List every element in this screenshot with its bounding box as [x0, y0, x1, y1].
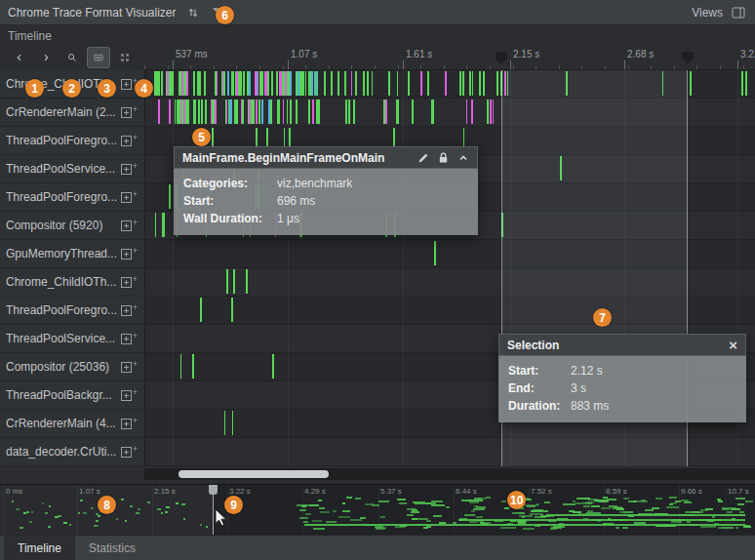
trace-event[interactable]: [215, 100, 217, 124]
unfold-icon[interactable]: +: [121, 164, 138, 175]
trace-event[interactable]: [490, 100, 492, 124]
trace-event[interactable]: [186, 71, 188, 96]
trace-event[interactable]: [155, 213, 156, 237]
trace-event[interactable]: [345, 100, 347, 124]
trace-event[interactable]: [445, 71, 447, 96]
trace-event[interactable]: [180, 354, 181, 379]
track-row[interactable]: [145, 99, 755, 127]
unfold-icon[interactable]: +: [121, 192, 138, 203]
trace-event[interactable]: [308, 100, 310, 124]
views-label[interactable]: Views: [692, 6, 723, 20]
trace-event[interactable]: [288, 71, 290, 96]
layout-icon[interactable]: [730, 4, 747, 21]
close-icon[interactable]: ×: [729, 338, 737, 352]
trace-event[interactable]: [500, 71, 502, 96]
trace-event[interactable]: [318, 100, 320, 124]
trace-event[interactable]: [231, 71, 232, 96]
trace-event[interactable]: [355, 71, 357, 96]
trace-event[interactable]: [272, 354, 274, 379]
back-button[interactable]: [8, 47, 31, 68]
trace-event[interactable]: [271, 71, 273, 96]
trace-event[interactable]: [313, 100, 314, 124]
time-ruler[interactable]: 537 ms1.07 s1.61 s2.15 s2.68 s3.22 s: [144, 45, 755, 70]
trace-event[interactable]: [243, 71, 245, 96]
trace-event[interactable]: [236, 71, 238, 96]
track-label[interactable]: ThreadPoolService...+: [0, 155, 144, 183]
trace-event[interactable]: [741, 71, 743, 96]
unfold-icon[interactable]: +: [121, 390, 138, 401]
trace-event[interactable]: [261, 71, 263, 96]
trace-event[interactable]: [187, 100, 189, 124]
trace-event[interactable]: [224, 411, 225, 435]
trace-event[interactable]: [255, 71, 257, 96]
trace-event[interactable]: [276, 71, 278, 96]
trace-event[interactable]: [270, 100, 272, 124]
trace-event[interactable]: [192, 354, 194, 379]
trace-event[interactable]: [363, 71, 365, 96]
expand-all-button[interactable]: [113, 47, 137, 68]
track-label[interactable]: ThreadPoolService...+: [0, 325, 144, 353]
track-label[interactable]: CrRendererMain (4...+: [0, 410, 144, 438]
trace-event[interactable]: [462, 71, 464, 96]
trace-event[interactable]: [434, 241, 436, 265]
trace-event[interactable]: [497, 71, 497, 96]
trace-event[interactable]: [504, 71, 506, 96]
track-label[interactable]: ThreadPoolForegro...+: [0, 183, 144, 212]
trace-event[interactable]: [166, 71, 167, 96]
trace-event[interactable]: [302, 71, 304, 96]
trace-event[interactable]: [305, 71, 306, 96]
track-row[interactable]: [145, 70, 755, 99]
trace-event[interactable]: [259, 71, 261, 96]
trace-event[interactable]: [242, 100, 244, 124]
trace-event[interactable]: [233, 269, 235, 294]
sort-toggle-icon[interactable]: [184, 4, 202, 21]
trace-event[interactable]: [507, 71, 508, 96]
trace-event[interactable]: [745, 71, 747, 96]
trace-event[interactable]: [296, 100, 298, 124]
trace-event[interactable]: [690, 71, 692, 96]
trace-event[interactable]: [183, 71, 185, 96]
trace-event[interactable]: [204, 71, 206, 96]
trace-event[interactable]: [397, 71, 398, 96]
trace-event[interactable]: [479, 71, 481, 96]
trace-event[interactable]: [267, 71, 269, 96]
trace-event[interactable]: [155, 71, 157, 96]
scrollbar-thumb[interactable]: [179, 470, 329, 478]
trace-event[interactable]: [466, 100, 467, 124]
unfold-icon[interactable]: +: [121, 107, 138, 118]
trace-event[interactable]: [200, 298, 202, 322]
trace-event[interactable]: [471, 100, 473, 124]
trace-event[interactable]: [483, 71, 485, 96]
trace-event[interactable]: [226, 269, 228, 294]
collapse-icon[interactable]: [457, 152, 469, 164]
track-label[interactable]: GpuMemoryThread...+: [0, 240, 144, 268]
trace-event[interactable]: [232, 71, 234, 96]
trace-event[interactable]: [193, 100, 195, 124]
trace-event[interactable]: [258, 100, 260, 124]
track-label[interactable]: Chrome_ChildIOTh...+: [0, 268, 144, 297]
trace-event[interactable]: [344, 71, 346, 96]
trace-event[interactable]: [420, 71, 422, 96]
track-row[interactable]: [145, 268, 755, 297]
tab-timeline[interactable]: Timeline: [4, 536, 75, 560]
tab-statistics[interactable]: Statistics: [75, 536, 149, 560]
trace-event[interactable]: [231, 298, 233, 322]
trace-event[interactable]: [163, 213, 165, 237]
edit-icon[interactable]: [417, 152, 429, 164]
trace-event[interactable]: [256, 100, 258, 124]
trace-event[interactable]: [198, 100, 200, 124]
trace-event[interactable]: [232, 411, 233, 435]
trace-event[interactable]: [331, 71, 333, 96]
trace-event[interactable]: [171, 71, 173, 96]
trace-event[interactable]: [229, 100, 231, 124]
track-row[interactable]: [145, 297, 755, 325]
trace-event[interactable]: [158, 71, 160, 96]
forward-button[interactable]: [34, 47, 58, 68]
trace-event[interactable]: [353, 100, 355, 124]
track-label[interactable]: Compositor (25036)+: [0, 353, 144, 381]
unfold-icon[interactable]: +: [121, 136, 138, 146]
trace-event[interactable]: [205, 100, 207, 124]
trace-event[interactable]: [212, 100, 213, 124]
track-row[interactable]: [145, 240, 755, 268]
trace-event[interactable]: [249, 100, 251, 124]
